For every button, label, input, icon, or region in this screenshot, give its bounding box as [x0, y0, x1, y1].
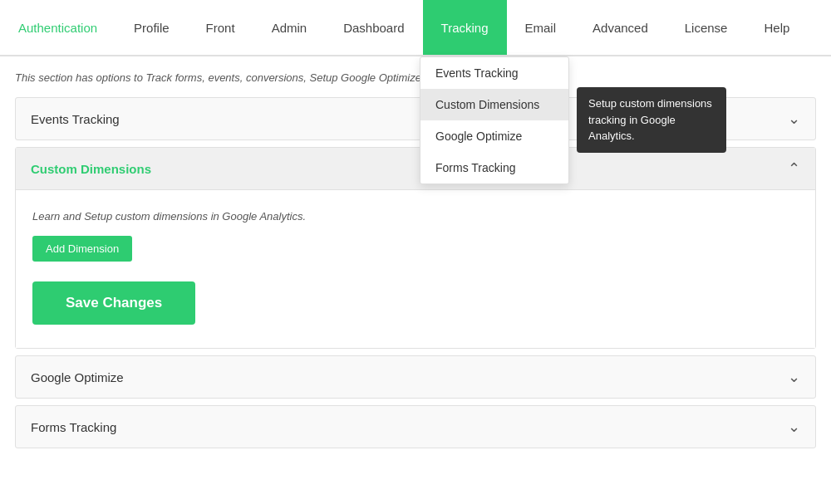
dropdown-item-events-tracking[interactable]: Events Tracking — [420, 57, 568, 89]
chevron-down-icon: ⌄ — [788, 110, 800, 128]
accordion-custom-dimensions: Custom Dimensions ⌃ Learn and Setup cust… — [15, 147, 816, 349]
nav-dashboard[interactable]: Dashboard — [325, 0, 422, 55]
accordion-header-google-optimize[interactable]: Google Optimize ⌄ — [16, 356, 815, 398]
dropdown-item-google-optimize[interactable]: Google Optimize — [420, 120, 568, 152]
nav-help[interactable]: Help — [745, 0, 808, 55]
tracking-dropdown: Events Tracking Custom Dimensions Google… — [420, 56, 569, 184]
nav-email[interactable]: Email — [507, 0, 575, 55]
nav-license[interactable]: License — [666, 0, 746, 55]
nav-advanced[interactable]: Advanced — [574, 0, 666, 55]
accordion-header-custom-dimensions[interactable]: Custom Dimensions ⌃ — [16, 148, 815, 189]
accordion-body-custom-dimensions: Learn and Setup custom dimensions in Goo… — [16, 189, 815, 348]
chevron-down-icon-2: ⌄ — [788, 368, 800, 386]
custom-dimensions-description: Learn and Setup custom dimensions in Goo… — [32, 210, 799, 223]
nav-admin[interactable]: Admin — [253, 0, 326, 55]
save-changes-button[interactable]: Save Changes — [32, 281, 195, 325]
add-dimension-button[interactable]: Add Dimension — [32, 236, 132, 262]
accordion-title-forms-tracking: Forms Tracking — [31, 420, 116, 434]
nav-tracking[interactable]: Tracking — [423, 0, 507, 55]
accordion-forms-tracking: Forms Tracking ⌄ — [15, 405, 816, 448]
nav-front[interactable]: Front — [188, 0, 253, 55]
accordion-header-forms-tracking[interactable]: Forms Tracking ⌄ — [16, 406, 815, 448]
dropdown-item-forms-tracking[interactable]: Forms Tracking — [420, 152, 568, 183]
accordion-title-google-optimize: Google Optimize — [31, 370, 124, 384]
dropdown-item-custom-dimensions[interactable]: Custom Dimensions — [420, 89, 568, 120]
accordion-title-custom-dimensions: Custom Dimensions — [31, 162, 151, 176]
accordion-google-optimize: Google Optimize ⌄ — [15, 355, 816, 399]
accordion-title-events-tracking: Events Tracking — [31, 112, 120, 126]
section-description: This section has options to Track forms,… — [15, 71, 816, 84]
chevron-up-icon: ⌃ — [788, 159, 800, 178]
tooltip-custom-dimensions: Setup custom dimensions tracking in Goog… — [577, 87, 726, 153]
nav-profile[interactable]: Profile — [116, 0, 188, 55]
nav-authentication[interactable]: Authentication — [0, 0, 116, 55]
top-navigation: Authentication Profile Front Admin Dashb… — [0, 0, 831, 56]
chevron-down-icon-3: ⌄ — [788, 418, 800, 436]
dropdown-menu: Events Tracking Custom Dimensions Google… — [420, 56, 569, 184]
